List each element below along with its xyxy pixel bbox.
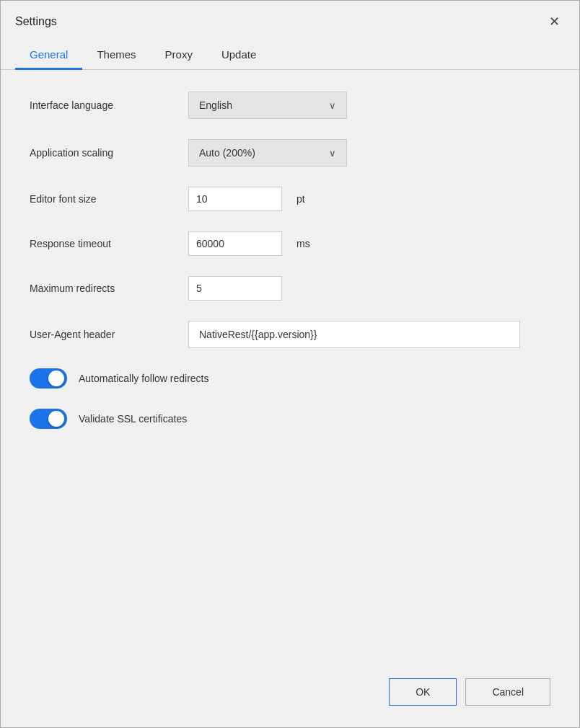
maximum-redirects-row: Maximum redirects [30,276,550,301]
validate-ssl-row: Validate SSL certificates [30,409,550,429]
interface-language-row: Interface language English ∨ [30,92,550,119]
title-bar: Settings ✕ [1,1,579,40]
validate-ssl-toggle[interactable] [30,409,67,429]
response-timeout-label: Response timeout [30,238,174,249]
response-timeout-input[interactable] [188,231,282,256]
auto-follow-redirects-row: Automatically follow redirects [30,368,550,389]
ok-button[interactable]: OK [389,678,457,706]
editor-font-size-row: Editor font size pt [30,187,550,211]
application-scaling-row: Application scaling Auto (200%) ∨ [30,139,550,167]
user-agent-label: User-Agent header [30,329,174,340]
tab-update[interactable]: Update [207,40,271,69]
close-button[interactable]: ✕ [543,11,565,32]
toggle-slider-2 [30,409,67,429]
interface-language-label: Interface language [30,99,174,111]
cancel-button[interactable]: Cancel [465,678,550,706]
dialog-title: Settings [15,15,57,28]
interface-language-dropdown[interactable]: English ∨ [188,92,347,119]
interface-language-value: English [199,99,232,111]
toggle-slider-1 [30,368,67,389]
validate-ssl-label: Validate SSL certificates [79,413,187,425]
editor-font-size-label: Editor font size [30,193,174,205]
application-scaling-label: Application scaling [30,147,174,159]
chevron-down-icon-2: ∨ [329,148,336,159]
settings-content: Interface language English ∨ Application… [1,70,579,664]
user-agent-input[interactable] [188,321,520,348]
maximum-redirects-label: Maximum redirects [30,283,174,294]
tab-themes[interactable]: Themes [82,40,150,69]
auto-follow-redirects-toggle[interactable] [30,368,67,389]
response-timeout-row: Response timeout ms [30,231,550,256]
tab-general[interactable]: General [15,40,82,69]
maximum-redirects-input[interactable] [188,276,282,301]
chevron-down-icon: ∨ [329,100,336,111]
auto-follow-redirects-label: Automatically follow redirects [79,373,209,384]
settings-dialog: Settings ✕ General Themes Proxy Update I… [0,0,580,728]
editor-font-size-input[interactable] [188,187,282,211]
dialog-footer: OK Cancel [1,664,579,727]
user-agent-row: User-Agent header [30,321,550,348]
application-scaling-value: Auto (200%) [199,147,255,159]
response-timeout-unit: ms [296,238,310,249]
tab-bar: General Themes Proxy Update [1,40,579,70]
tab-proxy[interactable]: Proxy [151,40,207,69]
editor-font-size-unit: pt [296,193,305,205]
application-scaling-dropdown[interactable]: Auto (200%) ∨ [188,139,347,167]
